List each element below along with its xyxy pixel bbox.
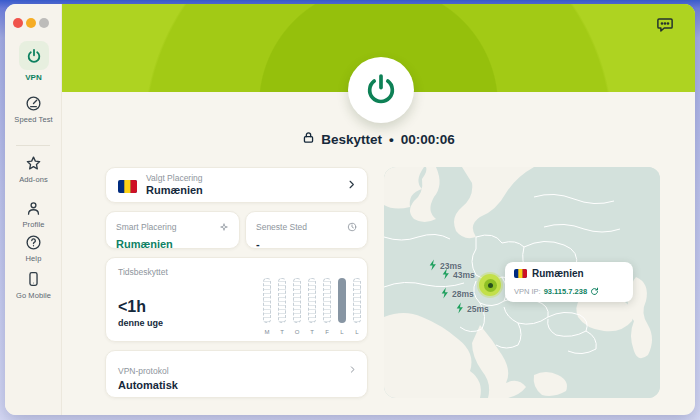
speech-bubble-icon <box>656 22 674 37</box>
feedback-button[interactable] <box>656 16 674 34</box>
sidebar-item-label: Help <box>5 254 62 263</box>
bolt-icon <box>428 259 438 273</box>
sidebar-item-profile[interactable]: Profile <box>5 200 62 229</box>
sidebar-item-label: Speed Test <box>5 115 62 124</box>
sidebar-divider <box>16 145 50 146</box>
traffic-lights <box>13 18 49 28</box>
ping-value: 28ms <box>452 289 474 299</box>
day-label: T <box>307 329 317 335</box>
sidebar-item-label: Profile <box>5 220 62 229</box>
zoom-button[interactable] <box>39 18 49 28</box>
sidebar-item-help[interactable]: Help <box>5 234 62 263</box>
sidebar-item-label: Add-ons <box>5 175 62 184</box>
romania-flag <box>514 269 527 278</box>
vpn-protocol-label: VPN-protokol <box>118 366 169 376</box>
map-card: 23ms 43ms 28ms 25ms <box>384 167 660 398</box>
smart-location-card[interactable]: Smart Placering Rumænien <box>105 211 240 249</box>
day-label: T <box>277 329 287 335</box>
power-icon <box>364 72 398 109</box>
lock-icon <box>302 131 315 147</box>
selected-location-card[interactable]: Valgt Placering Rumænien <box>105 167 368 203</box>
bolt-icon <box>455 302 465 316</box>
vpn-protocol-card[interactable]: VPN-protokol Automatisk <box>105 350 368 398</box>
connection-status: Beskyttet • 00:00:06 <box>62 131 695 147</box>
status-separator: • <box>389 132 394 147</box>
tooltip-ip-label: VPN IP: <box>514 287 541 296</box>
sidebar-item-speed-test[interactable]: Speed Test <box>5 95 62 124</box>
selected-location-value: Rumænien <box>146 184 203 196</box>
ping-value: 25ms <box>467 304 489 314</box>
bolt-icon <box>441 268 451 282</box>
sparkle-icon <box>219 218 229 236</box>
sidebar-item-go-mobile[interactable]: Go Mobile <box>5 270 62 300</box>
smart-location-label: Smart Placering <box>116 222 176 232</box>
person-icon <box>25 200 42 217</box>
usage-bar-filled <box>338 278 346 323</box>
star-icon <box>25 155 42 172</box>
power-icon <box>19 41 49 70</box>
tooltip-country: Rumænien <box>532 268 584 279</box>
clock-icon <box>347 218 357 236</box>
ping-item: 25ms <box>455 302 489 316</box>
app-window: Beskyttet • 00:00:06 VPN Speed Test <box>5 4 695 415</box>
selected-location-label: Valgt Placering <box>146 173 203 183</box>
usage-bar <box>278 278 286 323</box>
time-protected-subvalue: denne uge <box>118 318 163 328</box>
close-button[interactable] <box>13 18 23 28</box>
sidebar-item-add-ons[interactable]: Add-ons <box>5 155 62 184</box>
sidebar-item-label: Go Mobile <box>5 291 62 300</box>
sidebar: VPN Speed Test Add-ons Profile <box>5 4 62 415</box>
status-timer: 00:00:06 <box>401 132 455 147</box>
usage-bar <box>308 278 316 323</box>
romania-flag <box>118 180 137 193</box>
usage-bar <box>353 278 361 323</box>
connected-location-marker[interactable] <box>479 274 501 296</box>
day-label: M <box>262 329 272 335</box>
day-label: O <box>292 329 302 335</box>
weekly-usage-chart: M T O T F L L <box>263 278 363 336</box>
ping-value: 43ms <box>453 270 475 280</box>
day-label: F <box>322 329 332 335</box>
usage-bar <box>293 278 301 323</box>
time-protected-label: Tidsbeskyttet <box>118 267 355 277</box>
usage-bar <box>323 278 331 323</box>
ping-item: 28ms <box>440 287 474 301</box>
phone-icon <box>25 270 42 288</box>
day-label: L <box>337 329 347 335</box>
status-text: Beskyttet <box>321 132 382 147</box>
minimize-button[interactable] <box>26 18 36 28</box>
location-tooltip: Rumænien VPN IP: 93.115.7.238 <box>505 262 633 302</box>
recent-location-card[interactable]: Seneste Sted - <box>245 211 368 249</box>
usage-bar <box>263 278 271 323</box>
speedometer-icon <box>25 95 42 112</box>
disconnect-power-button[interactable] <box>348 57 414 123</box>
vpn-protocol-value: Automatisk <box>118 379 178 391</box>
recent-location-value: - <box>256 238 357 250</box>
time-protected-value: <1h <box>118 298 146 316</box>
tooltip-ip-value: 93.115.7.238 <box>544 287 587 296</box>
bolt-icon <box>440 287 450 301</box>
time-protected-card: Tidsbeskyttet <1h denne uge M T O T F L … <box>105 257 368 342</box>
chevron-right-icon <box>346 176 357 194</box>
chevron-right-icon <box>348 360 357 378</box>
day-label: L <box>352 329 362 335</box>
help-icon <box>25 234 42 251</box>
refresh-icon[interactable] <box>590 282 599 300</box>
sidebar-item-label: VPN <box>5 73 62 82</box>
recent-location-label: Seneste Sted <box>256 222 307 232</box>
ping-item: 43ms <box>441 268 475 282</box>
smart-location-value: Rumænien <box>116 238 229 250</box>
sidebar-item-vpn[interactable]: VPN <box>5 41 62 82</box>
